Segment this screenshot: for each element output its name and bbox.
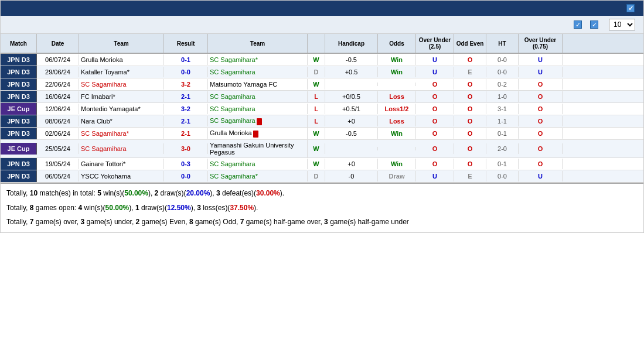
table-row: JPN D306/07/24Grulla Morioka0-1SC Sagami…: [1, 54, 643, 66]
cell-wdl: D: [308, 67, 325, 77]
cell-ht: 2-0: [486, 143, 519, 154]
cell-competition: JE Cup: [1, 103, 37, 115]
cell-competition: JE Cup: [1, 143, 37, 155]
cell-wdl: L: [308, 116, 325, 126]
cell-ht: 1-0: [486, 91, 519, 102]
cell-team-away: SC Sagamihara: [208, 67, 308, 77]
cell-team-home: SC Sagamihara: [79, 143, 164, 154]
cell-competition: JPN D3: [1, 54, 37, 66]
table-row: JPN D308/06/24Nara Club*2-1SC Sagamihara…: [1, 115, 643, 128]
cell-oddeven: O: [454, 159, 486, 169]
cell-handicap: +0/0.5: [325, 91, 378, 102]
cell-wdl: W: [308, 79, 325, 90]
cell-result[interactable]: 2-1: [164, 128, 208, 139]
cell-result[interactable]: 0-3: [164, 159, 208, 169]
cell-date: 08/06/24: [37, 116, 79, 126]
cell-ou075: O: [519, 159, 563, 169]
cell-team-home: Kataller Toyama*: [79, 67, 164, 77]
jpn-d3-checkbox[interactable]: ✓: [590, 20, 598, 29]
cell-ou25: U: [416, 54, 454, 65]
cell-team-away: SC Sagamihara*: [208, 54, 308, 65]
cell-date: 12/06/24: [37, 104, 79, 114]
cell-team-away: Grulla Morioka: [208, 128, 308, 139]
summary-section: Totally, 10 match(es) in total: 5 win(s)…: [1, 183, 643, 232]
table-row: JPN D306/05/24YSCC Yokohama0-0SC Sagamih…: [1, 170, 643, 183]
cell-team-home: SC Sagamihara*: [79, 128, 164, 139]
cell-competition: JPN D3: [1, 158, 37, 170]
cell-competition: JPN D3: [1, 66, 37, 78]
table-row: JPN D329/06/24Kataller Toyama*0-0SC Saga…: [1, 66, 643, 78]
cell-handicap: -0.5: [325, 128, 378, 139]
games-select[interactable]: 10 20 5: [609, 19, 635, 30]
cell-wdl: W: [308, 143, 325, 154]
cell-result[interactable]: 0-0: [164, 67, 208, 77]
cell-odds: Loss: [378, 116, 416, 126]
cell-ht: 0-0: [486, 67, 519, 77]
cell-handicap: +0.5/1: [325, 104, 378, 114]
cell-oddeven: O: [454, 91, 486, 102]
cell-competition: JPN D3: [1, 91, 37, 102]
cell-ou075: O: [519, 143, 563, 154]
cell-handicap: +0: [325, 116, 378, 126]
jpn-d3-filter: ✓: [590, 20, 601, 29]
cell-competition: JPN D3: [1, 78, 37, 90]
display-notes-checkbox[interactable]: ✓: [626, 4, 635, 12]
cell-result[interactable]: 2-1: [164, 116, 208, 126]
cell-ou075: O: [519, 128, 563, 139]
cell-result[interactable]: 0-1: [164, 54, 208, 65]
cell-odds: Win: [378, 159, 416, 169]
cell-team-away: SC Sagamihara: [208, 159, 308, 169]
cell-team-away: Matsumoto Yamaga FC: [208, 79, 308, 90]
je-cup-filter: ✓: [574, 20, 584, 29]
cell-team-home: Nara Club*: [79, 116, 164, 126]
cell-odds: Loss1/2: [378, 104, 416, 114]
cell-oddeven: E: [454, 67, 486, 77]
table-row: JPN D302/06/24SC Sagamihara*2-1Grulla Mo…: [1, 128, 643, 140]
cell-ou075: U: [519, 54, 563, 65]
cell-competition: JPN D3: [1, 128, 37, 139]
cell-ou25: O: [416, 79, 454, 90]
cell-result[interactable]: 3-0: [164, 143, 208, 154]
cell-oddeven: O: [454, 79, 486, 90]
cell-date: 06/07/24: [37, 54, 79, 65]
cell-date: 25/05/24: [37, 143, 79, 154]
table-row: JPN D319/05/24Gainare Tottori*0-3SC Saga…: [1, 158, 643, 170]
cell-wdl: W: [308, 128, 325, 139]
cell-odds: Win: [378, 67, 416, 77]
table-row: JPN D316/06/24FC Imabari*2-1SC Sagamihar…: [1, 91, 643, 103]
cell-competition: JPN D3: [1, 170, 37, 182]
cell-odds: Win: [378, 54, 416, 65]
cell-date: 19/05/24: [37, 159, 79, 169]
cell-ou25: O: [416, 143, 454, 154]
cell-result[interactable]: 3-2: [164, 104, 208, 114]
cell-wdl: W: [308, 54, 325, 65]
cell-result[interactable]: 0-0: [164, 171, 208, 181]
cell-team-home: YSCC Yokohama: [79, 171, 164, 181]
cell-team-away: SC Sagamihara: [208, 115, 308, 126]
summary-line-3: Totally, 7 game(s) over, 3 game(s) under…: [6, 216, 638, 229]
header-bar: ✓: [1, 1, 643, 16]
cell-wdl: L: [308, 104, 325, 114]
cell-ht: 0-0: [486, 54, 519, 65]
cell-team-home: Gainare Tottori*: [79, 159, 164, 169]
col-headers: MatchDateTeamResultTeamHandicapOddsOver …: [1, 34, 643, 54]
cell-ou075: O: [519, 91, 563, 102]
cell-ht: 0-0: [486, 171, 519, 181]
cell-ou075: O: [519, 79, 563, 90]
cell-ht: 3-1: [486, 104, 519, 114]
display-notes-area: ✓: [626, 4, 638, 12]
cell-ou075: O: [519, 104, 563, 114]
cell-ou075: O: [519, 116, 563, 126]
cell-ou25: U: [416, 171, 454, 181]
cell-result[interactable]: 2-1: [164, 91, 208, 102]
cell-handicap: +0: [325, 159, 378, 169]
cell-result[interactable]: 3-2: [164, 79, 208, 90]
je-cup-checkbox[interactable]: ✓: [574, 20, 582, 29]
cell-odds: [378, 83, 416, 86]
last-games-filter: 10 20 5: [606, 19, 638, 30]
cell-handicap: +0.5: [325, 67, 378, 77]
cell-oddeven: O: [454, 116, 486, 126]
cell-ht: 0-1: [486, 128, 519, 139]
cell-oddeven: O: [454, 143, 486, 154]
cell-ou075: U: [519, 67, 563, 77]
